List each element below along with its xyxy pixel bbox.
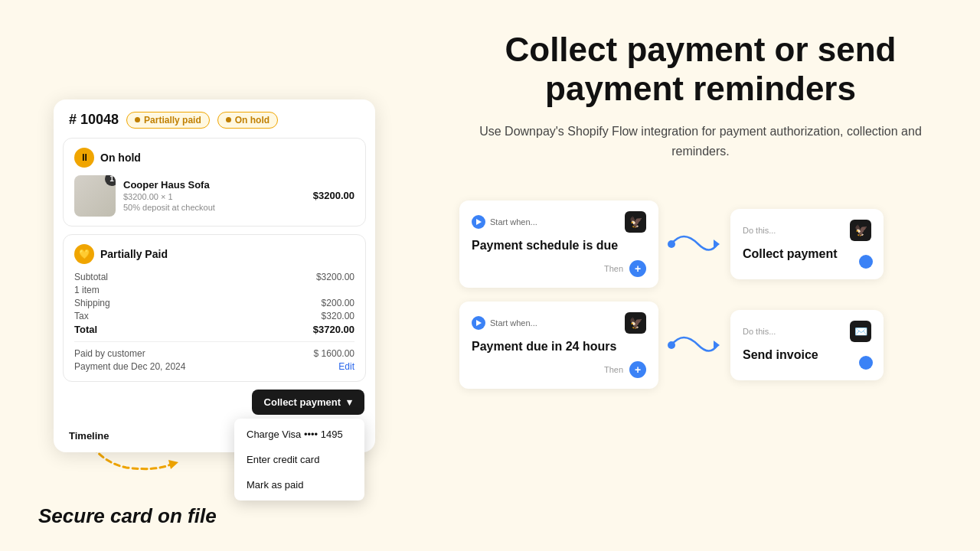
hero-subtitle: Use Downpay's Shopify Flow integration f… [459,122,942,161]
flow-start-card-1: Start when... 🦅 Payment schedule is due … [459,201,658,288]
partially-paid-icon: 💛 [74,244,94,264]
play-icon-1 [472,215,485,229]
partially-paid-header: 💛 Partially Paid [74,244,354,264]
badge-dot-partial [135,117,140,122]
order-card: # 10048 Partially paid On hold ⏸ On hold… [54,99,375,452]
dropdown-mark-paid[interactable]: Mark as paid [234,472,364,497]
badge-dot-hold [226,117,231,122]
hero-section: Collect payment or send payment reminder… [459,31,942,184]
dropdown-charge-visa[interactable]: Charge Visa •••• 1495 [234,422,364,447]
product-info: Cooper Haus Sofa $3200.00 × 1 50% deposi… [123,179,305,212]
on-hold-label: On hold [100,152,141,164]
envelope-icon: ✉️ [850,321,871,342]
subtotal-row: Subtotal $3200.00 [74,272,354,282]
flow-row-2: Start when... 🦅 Payment due in 24 hours … [459,302,942,389]
product-detail-2: 50% deposit at checkout [123,203,305,212]
svg-marker-1 [714,240,720,249]
do-badge-1: 🦅 [850,220,871,241]
product-price: $3200.00 [313,190,354,201]
timeline-label: Timeline [69,430,109,442]
do-card-2: Do this... ✉️ Send invoice [730,310,884,380]
on-hold-header: ⏸ On hold [74,148,354,168]
order-number: # 10048 [69,112,119,128]
do-card-2-title: Send invoice [743,348,871,362]
product-qty-badge: 1 [105,175,116,186]
edit-link[interactable]: Edit [338,361,354,372]
partially-paid-badge: Partially paid [126,112,210,129]
do-card-2-header: Do this... ✉️ [743,321,871,342]
tax-row: Tax $320.00 [74,311,354,321]
then-label-2: Then [604,365,623,374]
order-header: # 10048 Partially paid On hold [54,99,375,138]
on-hold-badge: On hold [217,112,278,129]
svg-point-4 [668,341,675,349]
flow-card-1-header: Start when... 🦅 [472,211,646,233]
flow-connector-1 [668,225,721,263]
left-panel: # 10048 Partially paid On hold ⏸ On hold… [0,0,429,551]
flow-then-row-2: Then + [472,361,646,378]
do-card-1-header: Do this... 🦅 [743,220,871,241]
partially-paid-section: 💛 Partially Paid Subtotal $3200.00 1 ite… [63,234,366,382]
total-row: Total $3720.00 [74,324,354,335]
downpay-badge-1: 🦅 [625,211,646,233]
collect-payment-button[interactable]: Collect payment ▾ [252,390,364,415]
svg-marker-0 [168,460,178,469]
then-label-1: Then [604,264,623,273]
divider [74,341,354,342]
on-hold-section: ⏸ On hold 1 Cooper Haus Sofa $3200.00 × … [63,138,366,227]
downpay-badge-2: 🦅 [625,312,646,334]
flow-card-2-title: Payment due in 24 hours [472,340,646,354]
do-card-1-dot [859,255,873,269]
plus-circle-2[interactable]: + [629,361,646,378]
flow-then-row-1: Then + [472,260,646,277]
flow-connector-2 [668,326,721,364]
do-card-1: Do this... 🦅 Collect payment [730,209,884,279]
flow-start-card-2: Start when... 🦅 Payment due in 24 hours … [459,302,658,389]
items-row: 1 item [74,285,354,295]
flow-card-1-title: Payment schedule is due [472,239,646,253]
do-card-1-title: Collect payment [743,247,871,261]
collect-btn-wrap: Collect payment ▾ Charge Visa •••• 1495 … [54,382,375,422]
partially-paid-label: Partially Paid [100,248,168,260]
payment-due-row: Payment due Dec 20, 2024 Edit [74,361,354,372]
hero-title: Collect payment or send payment reminder… [459,31,942,108]
do-label-1: Do this... [743,226,776,235]
dropdown-enter-credit[interactable]: Enter credit card [234,447,364,472]
collect-payment-dropdown: Charge Visa •••• 1495 Enter credit card … [234,419,364,500]
product-detail-1: $3200.00 × 1 [123,192,305,201]
do-card-2-dot [859,356,873,370]
secure-card-text: Secure card on file [38,504,217,528]
product-name: Cooper Haus Sofa [123,179,305,191]
on-hold-icon: ⏸ [74,148,94,168]
svg-point-2 [668,240,675,248]
flows-container: Start when... 🦅 Payment schedule is due … [459,201,942,389]
right-panel: Collect payment or send payment reminder… [429,0,980,551]
paid-by-customer-row: Paid by customer $ 1600.00 [74,348,354,359]
play-triangle-2 [476,320,482,326]
svg-marker-3 [714,341,720,350]
flow-start-label-2: Start when... [472,316,537,330]
plus-circle-1[interactable]: + [629,260,646,277]
play-triangle-1 [476,219,482,225]
product-thumbnail: 1 [74,175,116,217]
play-icon-2 [472,316,485,330]
flow-row-1: Start when... 🦅 Payment schedule is due … [459,201,942,288]
chevron-down-icon: ▾ [347,396,352,408]
flow-start-label-1: Start when... [472,215,537,229]
product-row: 1 Cooper Haus Sofa $3200.00 × 1 50% depo… [74,175,354,217]
flow-card-2-header: Start when... 🦅 [472,312,646,334]
shipping-row: Shipping $200.00 [74,298,354,308]
do-label-2: Do this... [743,327,776,336]
